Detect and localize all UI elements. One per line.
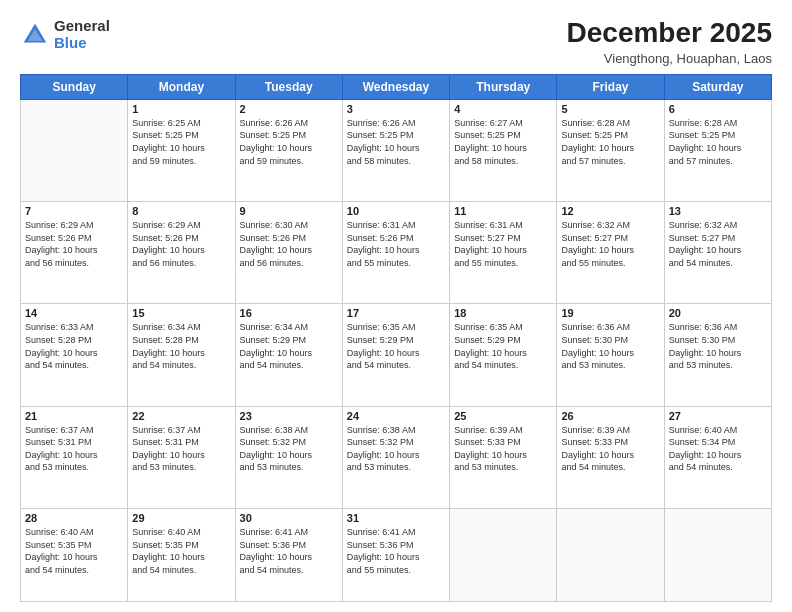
- calendar-cell: 6Sunrise: 6:28 AM Sunset: 5:25 PM Daylig…: [664, 99, 771, 201]
- day-number: 10: [347, 205, 445, 217]
- calendar-cell: 9Sunrise: 6:30 AM Sunset: 5:26 PM Daylig…: [235, 202, 342, 304]
- calendar-cell: 29Sunrise: 6:40 AM Sunset: 5:35 PM Dayli…: [128, 508, 235, 601]
- calendar-cell: 27Sunrise: 6:40 AM Sunset: 5:34 PM Dayli…: [664, 406, 771, 508]
- day-number: 30: [240, 512, 338, 524]
- day-number: 7: [25, 205, 123, 217]
- calendar-cell: [557, 508, 664, 601]
- calendar-cell: 4Sunrise: 6:27 AM Sunset: 5:25 PM Daylig…: [450, 99, 557, 201]
- week-row-3: 14Sunrise: 6:33 AM Sunset: 5:28 PM Dayli…: [21, 304, 772, 406]
- day-info: Sunrise: 6:29 AM Sunset: 5:26 PM Dayligh…: [132, 219, 230, 269]
- day-number: 27: [669, 410, 767, 422]
- calendar-cell: 2Sunrise: 6:26 AM Sunset: 5:25 PM Daylig…: [235, 99, 342, 201]
- calendar-cell: 15Sunrise: 6:34 AM Sunset: 5:28 PM Dayli…: [128, 304, 235, 406]
- day-number: 29: [132, 512, 230, 524]
- week-row-2: 7Sunrise: 6:29 AM Sunset: 5:26 PM Daylig…: [21, 202, 772, 304]
- calendar-cell: 11Sunrise: 6:31 AM Sunset: 5:27 PM Dayli…: [450, 202, 557, 304]
- calendar-cell: 1Sunrise: 6:25 AM Sunset: 5:25 PM Daylig…: [128, 99, 235, 201]
- calendar-cell: 26Sunrise: 6:39 AM Sunset: 5:33 PM Dayli…: [557, 406, 664, 508]
- weekday-header-sunday: Sunday: [21, 74, 128, 99]
- day-number: 31: [347, 512, 445, 524]
- calendar-cell: [21, 99, 128, 201]
- day-info: Sunrise: 6:31 AM Sunset: 5:26 PM Dayligh…: [347, 219, 445, 269]
- day-number: 22: [132, 410, 230, 422]
- day-number: 23: [240, 410, 338, 422]
- day-info: Sunrise: 6:36 AM Sunset: 5:30 PM Dayligh…: [561, 321, 659, 371]
- day-info: Sunrise: 6:37 AM Sunset: 5:31 PM Dayligh…: [25, 424, 123, 474]
- day-info: Sunrise: 6:33 AM Sunset: 5:28 PM Dayligh…: [25, 321, 123, 371]
- day-info: Sunrise: 6:32 AM Sunset: 5:27 PM Dayligh…: [669, 219, 767, 269]
- calendar-cell: [664, 508, 771, 601]
- calendar-cell: 13Sunrise: 6:32 AM Sunset: 5:27 PM Dayli…: [664, 202, 771, 304]
- month-title: December 2025: [567, 18, 772, 49]
- day-number: 24: [347, 410, 445, 422]
- calendar-cell: 14Sunrise: 6:33 AM Sunset: 5:28 PM Dayli…: [21, 304, 128, 406]
- day-number: 2: [240, 103, 338, 115]
- day-number: 26: [561, 410, 659, 422]
- weekday-header-friday: Friday: [557, 74, 664, 99]
- day-info: Sunrise: 6:32 AM Sunset: 5:27 PM Dayligh…: [561, 219, 659, 269]
- calendar-cell: 12Sunrise: 6:32 AM Sunset: 5:27 PM Dayli…: [557, 202, 664, 304]
- day-info: Sunrise: 6:25 AM Sunset: 5:25 PM Dayligh…: [132, 117, 230, 167]
- day-info: Sunrise: 6:27 AM Sunset: 5:25 PM Dayligh…: [454, 117, 552, 167]
- day-number: 6: [669, 103, 767, 115]
- title-block: December 2025 Viengthong, Houaphan, Laos: [567, 18, 772, 66]
- calendar-cell: 18Sunrise: 6:35 AM Sunset: 5:29 PM Dayli…: [450, 304, 557, 406]
- day-info: Sunrise: 6:26 AM Sunset: 5:25 PM Dayligh…: [347, 117, 445, 167]
- day-number: 17: [347, 307, 445, 319]
- day-info: Sunrise: 6:28 AM Sunset: 5:25 PM Dayligh…: [669, 117, 767, 167]
- weekday-header-monday: Monday: [128, 74, 235, 99]
- day-info: Sunrise: 6:29 AM Sunset: 5:26 PM Dayligh…: [25, 219, 123, 269]
- day-info: Sunrise: 6:34 AM Sunset: 5:29 PM Dayligh…: [240, 321, 338, 371]
- weekday-header-tuesday: Tuesday: [235, 74, 342, 99]
- calendar-cell: 3Sunrise: 6:26 AM Sunset: 5:25 PM Daylig…: [342, 99, 449, 201]
- day-number: 28: [25, 512, 123, 524]
- day-number: 25: [454, 410, 552, 422]
- day-info: Sunrise: 6:34 AM Sunset: 5:28 PM Dayligh…: [132, 321, 230, 371]
- calendar-cell: 7Sunrise: 6:29 AM Sunset: 5:26 PM Daylig…: [21, 202, 128, 304]
- day-info: Sunrise: 6:40 AM Sunset: 5:35 PM Dayligh…: [25, 526, 123, 576]
- logo: General Blue: [20, 18, 110, 51]
- weekday-header-row: SundayMondayTuesdayWednesdayThursdayFrid…: [21, 74, 772, 99]
- week-row-4: 21Sunrise: 6:37 AM Sunset: 5:31 PM Dayli…: [21, 406, 772, 508]
- calendar-cell: 24Sunrise: 6:38 AM Sunset: 5:32 PM Dayli…: [342, 406, 449, 508]
- day-number: 20: [669, 307, 767, 319]
- day-number: 3: [347, 103, 445, 115]
- day-number: 15: [132, 307, 230, 319]
- day-info: Sunrise: 6:30 AM Sunset: 5:26 PM Dayligh…: [240, 219, 338, 269]
- day-info: Sunrise: 6:31 AM Sunset: 5:27 PM Dayligh…: [454, 219, 552, 269]
- subtitle: Viengthong, Houaphan, Laos: [567, 51, 772, 66]
- day-info: Sunrise: 6:35 AM Sunset: 5:29 PM Dayligh…: [347, 321, 445, 371]
- calendar-cell: 8Sunrise: 6:29 AM Sunset: 5:26 PM Daylig…: [128, 202, 235, 304]
- day-info: Sunrise: 6:40 AM Sunset: 5:34 PM Dayligh…: [669, 424, 767, 474]
- weekday-header-thursday: Thursday: [450, 74, 557, 99]
- weekday-header-saturday: Saturday: [664, 74, 771, 99]
- weekday-header-wednesday: Wednesday: [342, 74, 449, 99]
- calendar-cell: 31Sunrise: 6:41 AM Sunset: 5:36 PM Dayli…: [342, 508, 449, 601]
- day-number: 4: [454, 103, 552, 115]
- day-number: 12: [561, 205, 659, 217]
- day-info: Sunrise: 6:40 AM Sunset: 5:35 PM Dayligh…: [132, 526, 230, 576]
- calendar-cell: 16Sunrise: 6:34 AM Sunset: 5:29 PM Dayli…: [235, 304, 342, 406]
- page: General Blue December 2025 Viengthong, H…: [0, 0, 792, 612]
- day-info: Sunrise: 6:39 AM Sunset: 5:33 PM Dayligh…: [561, 424, 659, 474]
- day-info: Sunrise: 6:35 AM Sunset: 5:29 PM Dayligh…: [454, 321, 552, 371]
- calendar-cell: 19Sunrise: 6:36 AM Sunset: 5:30 PM Dayli…: [557, 304, 664, 406]
- day-number: 13: [669, 205, 767, 217]
- calendar-cell: [450, 508, 557, 601]
- calendar-cell: 10Sunrise: 6:31 AM Sunset: 5:26 PM Dayli…: [342, 202, 449, 304]
- calendar-cell: 28Sunrise: 6:40 AM Sunset: 5:35 PM Dayli…: [21, 508, 128, 601]
- day-info: Sunrise: 6:28 AM Sunset: 5:25 PM Dayligh…: [561, 117, 659, 167]
- calendar-cell: 22Sunrise: 6:37 AM Sunset: 5:31 PM Dayli…: [128, 406, 235, 508]
- day-info: Sunrise: 6:38 AM Sunset: 5:32 PM Dayligh…: [347, 424, 445, 474]
- calendar-cell: 30Sunrise: 6:41 AM Sunset: 5:36 PM Dayli…: [235, 508, 342, 601]
- day-info: Sunrise: 6:37 AM Sunset: 5:31 PM Dayligh…: [132, 424, 230, 474]
- day-number: 21: [25, 410, 123, 422]
- day-number: 9: [240, 205, 338, 217]
- calendar-table: SundayMondayTuesdayWednesdayThursdayFrid…: [20, 74, 772, 602]
- calendar-cell: 23Sunrise: 6:38 AM Sunset: 5:32 PM Dayli…: [235, 406, 342, 508]
- day-info: Sunrise: 6:41 AM Sunset: 5:36 PM Dayligh…: [347, 526, 445, 576]
- day-info: Sunrise: 6:36 AM Sunset: 5:30 PM Dayligh…: [669, 321, 767, 371]
- day-info: Sunrise: 6:26 AM Sunset: 5:25 PM Dayligh…: [240, 117, 338, 167]
- day-number: 18: [454, 307, 552, 319]
- week-row-1: 1Sunrise: 6:25 AM Sunset: 5:25 PM Daylig…: [21, 99, 772, 201]
